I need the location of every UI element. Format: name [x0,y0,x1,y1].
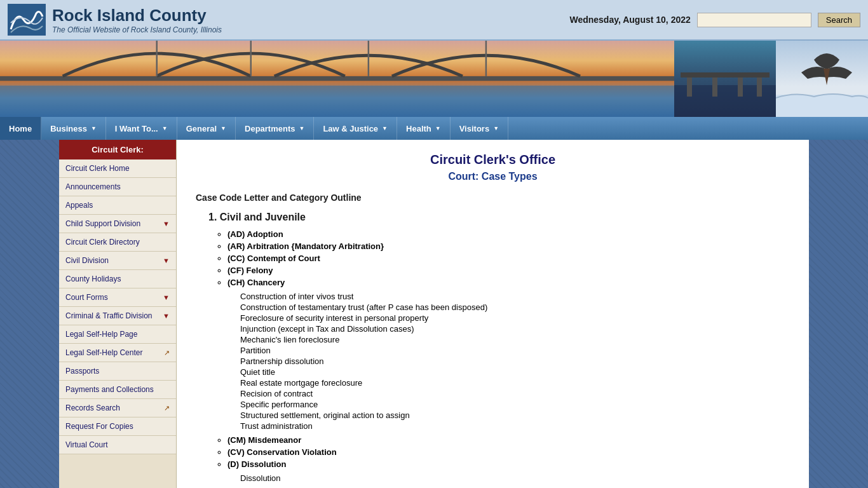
header-date: Wednesday, August 10, 2022 [569,15,690,25]
nav-item-business[interactable]: Business ▼ [41,117,106,140]
nav-arrow-health: ▼ [435,125,441,132]
nav-item-general[interactable]: General ▼ [177,117,236,140]
nav-arrow-business: ▼ [91,125,97,132]
logo-text: Rock Island County The Official Website … [52,6,222,34]
sidebar-item-circuit-clerk-home[interactable]: Circuit Clerk Home [59,159,176,178]
list-item: Specific performance [240,399,790,410]
list-item: (CC) Contempt of Court [227,252,790,264]
site-title: Rock Island County [52,6,222,25]
external-link-icon: ↗ [164,349,170,357]
list-item: (CH) Chancery [227,276,790,288]
svg-rect-14 [757,78,762,97]
header: Rock Island County The Official Website … [0,0,868,41]
list-item: Injunction (except in Tax and Dissolutio… [240,323,790,334]
list-item: Foreclosure of security interest in pers… [240,313,790,323]
list-item: Trust administration [240,421,790,431]
search-button[interactable]: Search [818,13,860,27]
sidebar-item-appeals[interactable]: Appeals [59,196,176,215]
banner-main-image [0,41,674,117]
page-title: Circuit Clerk's Office [196,152,790,167]
nav-item-iwantto[interactable]: I Want To... ▼ [106,117,177,140]
list-item: Construction of testamentary trust (afte… [240,302,790,313]
sidebar-item-legal-self-help-page[interactable]: Legal Self-Help Page [59,325,176,344]
banner [0,41,868,117]
records-search-external-icon: ↗ [164,404,170,412]
sidebar-title: Circuit Clerk: [59,140,176,159]
court-forms-arrow-icon: ▼ [163,294,170,301]
search-input[interactable] [697,13,811,27]
sidebar-item-legal-self-help-center[interactable]: Legal Self-Help Center ↗ [59,344,176,362]
list-item: Partnership dissolution [240,356,790,367]
nav-item-health[interactable]: Health ▼ [397,117,451,140]
sidebar-item-court-forms[interactable]: Court Forms ▼ [59,288,176,307]
svg-rect-2 [0,86,674,117]
list-item: Mechanic's lien foreclosure [240,334,790,345]
nav-item-departments[interactable]: Departments ▼ [236,117,314,140]
page-subtitle: Court: Case Types [196,171,790,182]
svg-rect-16 [776,95,868,117]
ch-sublist: Construction of inter vivos trust Constr… [240,291,790,431]
sidebar-item-child-support-division[interactable]: Child Support Division ▼ [59,215,176,233]
list-item: Construction of inter vivos trust [240,291,790,302]
case-code-heading: Case Code Letter and Category Outline [196,193,790,203]
county-logo-icon [8,4,46,36]
sidebar-item-virtual-court[interactable]: Virtual Court [59,436,176,454]
sidebar-item-civil-division[interactable]: Civil Division ▼ [59,252,176,270]
navigation: Home Business ▼ I Want To... ▼ General ▼… [0,117,868,140]
section-1-heading: 1. Civil and Juvenile [208,212,790,223]
logo-area: Rock Island County The Official Website … [8,4,222,36]
list-item: (D) Dissolution [227,458,790,470]
list-item: (CV) Conservation Violation [227,446,790,458]
nav-arrow-departments: ▼ [299,125,304,132]
nav-item-lawjustice[interactable]: Law & Justice ▼ [314,117,397,140]
list-item: (AD) Adoption [227,228,790,240]
sidebar-item-criminal-traffic-division[interactable]: Criminal & Traffic Division ▼ [59,307,176,325]
criminal-traffic-arrow-icon: ▼ [163,312,170,320]
list-item: (CM) Misdemeanor [227,434,790,446]
sidebar-item-request-for-copies[interactable]: Request For Copies [59,417,176,436]
nav-arrow-iwantto: ▼ [162,125,168,132]
svg-rect-10 [681,72,770,78]
civil-division-arrow-icon: ▼ [163,257,170,264]
svg-rect-12 [712,78,717,97]
list-item: Partition [240,345,790,356]
content-area: Circuit Clerk's Office Court: Case Types… [177,140,809,488]
banner-right-image [776,41,868,117]
list-item: Dissolution [240,473,790,484]
sidebar-item-records-search[interactable]: Records Search ↗ [59,399,176,417]
nav-arrow-lawjustice: ▼ [382,125,388,132]
list-item: Structured settlement, original action t… [240,410,790,421]
sidebar-item-circuit-clerk-directory[interactable]: Circuit Clerk Directory [59,233,176,252]
sidebar-item-county-holidays[interactable]: County Holidays [59,270,176,288]
list-item: Real estate mortgage foreclosure [240,377,790,388]
case-list-section1b: (CM) Misdemeanor (CV) Conservation Viola… [227,434,790,470]
list-item: (AR) Arbitration {Mandatory Arbitration} [227,240,790,252]
svg-rect-13 [738,78,743,97]
list-item: Quiet title [240,367,790,377]
svg-rect-11 [687,78,692,97]
sidebar-item-payments-collections[interactable]: Payments and Collections [59,381,176,399]
sidebar-item-passports[interactable]: Passports [59,362,176,381]
nav-arrow-general: ▼ [220,125,226,132]
list-item: Recision of contract [240,388,790,399]
nav-arrow-visitors: ▼ [493,125,499,132]
sidebar: Circuit Clerk: Circuit Clerk Home Announ… [59,140,177,488]
main-wrapper: Circuit Clerk: Circuit Clerk Home Announ… [59,140,809,488]
svg-rect-3 [0,76,674,81]
sidebar-item-announcements[interactable]: Announcements [59,178,176,196]
header-right: Wednesday, August 10, 2022 Search [569,13,860,27]
child-support-arrow-icon: ▼ [163,220,170,227]
list-item: (CF) Felony [227,264,790,276]
nav-item-home[interactable]: Home [0,117,41,140]
case-list-section1: (AD) Adoption (AR) Arbitration {Mandator… [227,228,790,288]
site-subtitle: The Official Website of Rock Island Coun… [52,25,222,34]
nav-item-visitors[interactable]: Visitors ▼ [451,117,508,140]
d-sublist: Dissolution [240,473,790,484]
banner-mid-image [674,41,776,117]
